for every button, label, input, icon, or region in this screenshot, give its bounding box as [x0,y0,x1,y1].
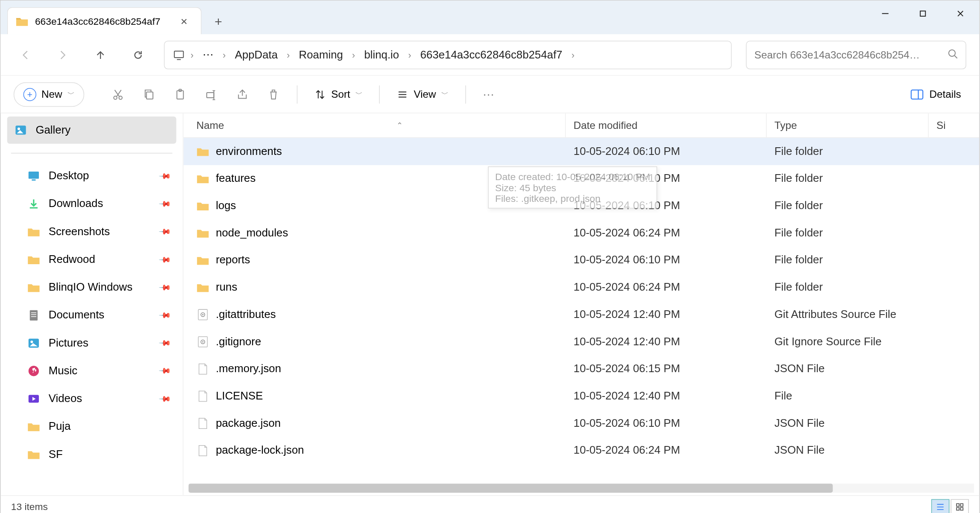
column-size-header[interactable]: Si [929,113,979,137]
file-name: .memory.json [216,363,281,376]
svg-point-25 [18,128,20,130]
close-tab-button[interactable]: ✕ [175,12,193,30]
file-type: File folder [767,281,929,294]
search-input[interactable] [754,49,942,61]
file-row[interactable]: package-lock.json10-05-2024 06:24 PMJSON… [183,437,979,464]
window-tab[interactable]: 663e14a3cc62846c8b254af7 ✕ [7,7,202,35]
file-row[interactable]: environments10-05-2024 06:10 PMFile fold… [183,138,979,165]
breadcrumb-overflow[interactable]: ⋯ [196,45,220,64]
breadcrumb-item[interactable]: blinq.io [358,46,405,64]
sidebar-item-documents[interactable]: Documents📌 [7,302,176,329]
breadcrumb-item[interactable]: 663e14a3cc62846c8b254af7 [414,46,569,64]
paste-button[interactable] [167,81,193,107]
navigation-bar: › ⋯ › AppData › Roaming › blinq.io › 663… [1,34,980,76]
sidebar-item-gallery[interactable]: Gallery [7,117,176,144]
folder-icon [197,281,209,294]
gallery-icon [14,123,28,137]
breadcrumb-item[interactable]: AppData [229,46,285,64]
minimize-button[interactable] [866,1,904,27]
svg-rect-22 [911,90,923,99]
file-row[interactable]: node_modules10-05-2024 06:24 PMFile fold… [183,219,979,247]
pc-icon[interactable] [170,43,188,67]
file-row[interactable]: reports10-05-2024 06:10 PMFile folder [183,247,979,274]
file-row[interactable]: .memory.json10-05-2024 06:15 PMJSON File [183,356,979,383]
search-box[interactable] [746,41,966,69]
file-row[interactable]: .gitattributes10-05-2024 12:40 PMGit Att… [183,301,979,328]
svg-point-38 [202,314,203,315]
file-type: File [767,390,929,402]
file-date: 10-05-2024 12:40 PM [566,308,766,321]
file-row[interactable]: package.json10-05-2024 06:10 PMJSON File [183,410,979,437]
share-button[interactable] [229,81,255,107]
chevron-right-icon[interactable]: › [191,50,194,60]
new-button[interactable]: + New ﹀ [14,82,84,107]
file-date: 10-05-2024 12:40 PM [566,335,766,348]
cut-button[interactable] [105,81,131,107]
pictures-icon [26,336,41,350]
copy-button[interactable] [136,81,162,107]
file-type: Git Ignore Source File [767,335,929,348]
sidebar-item-label: Downloads [49,198,103,210]
back-button[interactable] [14,43,37,67]
details-view-button[interactable] [931,499,949,513]
sidebar-item-redwood[interactable]: Redwood📌 [7,246,176,273]
sidebar-item-puja[interactable]: Puja [7,413,176,440]
sidebar-item-pictures[interactable]: Pictures📌 [7,329,176,357]
column-name-header[interactable]: Name ⌃ [197,113,566,137]
file-row[interactable]: LICENSE10-05-2024 12:40 PMFile [183,383,979,410]
column-date-header[interactable]: Date modified [566,113,766,137]
sidebar: Gallery Desktop📌Downloads📌Screenshots📌Re… [1,113,184,495]
chevron-down-icon: ﹀ [355,89,363,99]
svg-point-41 [202,341,203,342]
forward-button[interactable] [51,43,75,67]
sort-button[interactable]: Sort ﹀ [308,82,369,107]
sidebar-item-sf[interactable]: SF [7,441,176,468]
chevron-right-icon[interactable]: › [572,50,575,60]
details-label: Details [930,88,961,100]
view-button[interactable]: View ﹀ [390,82,455,107]
sidebar-item-label: Desktop [49,169,89,182]
details-pane-button[interactable]: Details [905,86,966,102]
svg-rect-45 [957,503,959,506]
breadcrumb-item[interactable]: Roaming [292,46,349,64]
delete-button[interactable] [261,81,287,107]
close-window-button[interactable] [942,1,979,27]
sidebar-item-downloads[interactable]: Downloads📌 [7,190,176,218]
svg-point-8 [114,96,117,99]
rename-button[interactable] [198,81,224,107]
column-type-header[interactable]: Type [767,113,929,137]
svg-rect-12 [147,92,153,99]
up-button[interactable] [89,43,112,67]
sidebar-item-videos[interactable]: Videos📌 [7,385,176,413]
file-row[interactable]: runs10-05-2024 06:24 PMFile folder [183,274,979,301]
search-icon[interactable] [948,48,958,61]
file-type: File folder [767,254,929,267]
address-bar[interactable]: › ⋯ › AppData › Roaming › blinq.io › 663… [164,41,732,69]
sidebar-item-screenshots[interactable]: Screenshots📌 [7,218,176,245]
chevron-right-icon[interactable]: › [352,50,355,60]
horizontal-scrollbar[interactable] [188,484,974,493]
sidebar-item-label: Redwood [49,253,95,266]
chevron-right-icon[interactable]: › [223,50,226,60]
folder-icon [26,253,41,267]
maximize-button[interactable] [904,1,942,27]
sidebar-item-blinqio-windows[interactable]: BlinqIO Windows📌 [7,274,176,301]
file-type: File folder [767,145,929,158]
sort-label: Sort [331,88,350,100]
file-type: File folder [767,199,929,212]
icons-view-button[interactable] [951,499,968,513]
file-date: 10-05-2024 06:24 PM [566,444,766,457]
sidebar-item-music[interactable]: Music📌 [7,357,176,385]
chevron-right-icon[interactable]: › [408,50,411,60]
chevron-right-icon[interactable]: › [287,50,290,60]
music-icon [26,364,41,378]
file-date: 10-05-2024 06:10 PM [566,254,766,267]
file-row[interactable]: .gitignore10-05-2024 12:40 PMGit Ignore … [183,328,979,356]
svg-rect-15 [207,92,214,97]
sidebar-item-desktop[interactable]: Desktop📌 [7,163,176,190]
more-button[interactable]: ⋯ [476,81,502,107]
folder-icon [26,447,41,461]
new-tab-button[interactable]: + [205,9,232,35]
gitfile-icon [197,308,209,321]
refresh-button[interactable] [126,43,150,67]
